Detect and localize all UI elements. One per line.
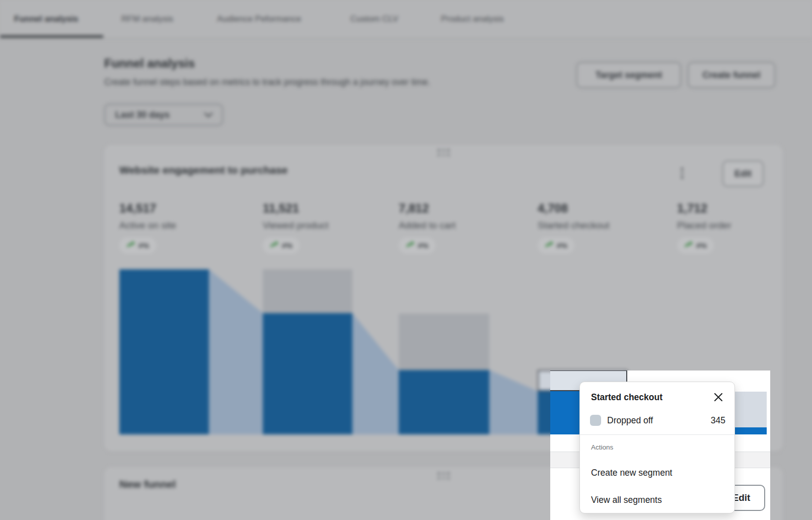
step-value: 14,517: [119, 201, 235, 215]
dropped-off-label: Dropped off: [607, 415, 653, 426]
funnel-dropoff-viewed-product[interactable]: [263, 269, 352, 313]
date-range-value: Last 30 days: [115, 110, 170, 120]
trend-value: #%: [418, 242, 428, 250]
funnel-bar-active-on-site[interactable]: [119, 269, 209, 434]
funnel-bar-viewed-product[interactable]: [263, 313, 352, 434]
trend-badge: #%: [119, 237, 156, 254]
funnel-step-stat: 14,517 Active on site #%: [119, 201, 235, 254]
trend-badge: #%: [538, 237, 574, 254]
create-new-segment-item[interactable]: Create new segment: [591, 468, 672, 478]
step-label: Started checkout: [538, 220, 653, 231]
trend-badge: #%: [263, 237, 300, 254]
funnel-dropoff-added-to-cart[interactable]: [399, 314, 489, 370]
trend-value: #%: [696, 242, 707, 250]
view-all-segments-item[interactable]: View all segments: [591, 495, 662, 505]
drag-handle[interactable]: [437, 472, 450, 479]
kebab-menu-icon[interactable]: [675, 163, 690, 183]
trend-value: #%: [138, 242, 149, 250]
actions-section-label: Actions: [591, 443, 613, 451]
popover-divider: [580, 434, 734, 435]
started-checkout-popover: Started checkout Dropped off 345 Actions…: [579, 382, 735, 513]
step-value: 11,521: [263, 201, 379, 215]
active-tab-indicator: [0, 35, 103, 38]
trend-up-arrow-icon: [270, 241, 278, 250]
new-funnel-title: New funnel: [119, 478, 176, 490]
step-label: Viewed product: [263, 220, 379, 231]
tab-product-analysis[interactable]: Product analysis: [441, 0, 504, 38]
trend-value: #%: [557, 242, 567, 250]
page-title: Funnel analysis: [104, 56, 195, 70]
popover-title: Started checkout: [591, 392, 662, 403]
step-label: Active on site: [119, 220, 235, 231]
page-description: Create funnel steps based on metrics to …: [104, 77, 430, 88]
step-value: 1,712: [677, 201, 793, 215]
tab-custom-clv[interactable]: Custom CLV: [350, 0, 398, 38]
chevron-down-icon: [204, 110, 213, 120]
trend-up-arrow-icon: [684, 241, 693, 250]
dropped-off-legend-swatch: [590, 415, 601, 426]
funnel-step-stat: 1,712 Placed order #%: [677, 201, 793, 254]
funnel-step-stat: 4,708 Started checkout #%: [538, 201, 653, 254]
dropped-off-value: 345: [711, 415, 725, 426]
trend-up-arrow-icon: [545, 241, 553, 250]
funnel-step-stat: 11,521 Viewed product #%: [263, 201, 379, 254]
step-label: Added to cart: [399, 220, 514, 231]
create-funnel-button[interactable]: Create funnel: [688, 62, 775, 88]
trend-badge: #%: [399, 237, 435, 254]
tab-rfm-analysis[interactable]: RFM analysis: [121, 0, 173, 38]
step-label: Placed order: [677, 220, 793, 231]
trend-up-arrow-icon: [126, 241, 135, 250]
step-value: 4,708: [538, 201, 653, 215]
funnel-connector: [352, 313, 399, 434]
funnel-card-title: Website engagement to purchase: [119, 164, 288, 176]
trend-value: #%: [282, 242, 292, 250]
funnel-connector: [209, 269, 263, 434]
funnel-step-stat: 7,812 Added to cart #%: [399, 201, 514, 254]
target-segment-button[interactable]: Target segment: [576, 62, 681, 88]
trend-badge: #%: [677, 237, 714, 254]
drag-handle[interactable]: [437, 149, 450, 156]
step-value: 7,812: [399, 201, 514, 215]
top-tab-bar: Funnel analysis RFM analysis Audience Pe…: [0, 0, 812, 38]
date-range-select[interactable]: Last 30 days: [104, 104, 223, 126]
funnel-edit-button[interactable]: Edit: [722, 161, 764, 187]
funnel-analysis-page: Funnel analysis RFM analysis Audience Pe…: [0, 0, 812, 520]
trend-up-arrow-icon: [406, 241, 414, 250]
tab-funnel-analysis[interactable]: Funnel analysis: [14, 0, 79, 38]
tab-audience-performance[interactable]: Audience Peformance: [217, 0, 301, 38]
funnel-bar-added-to-cart[interactable]: [399, 370, 489, 434]
close-icon[interactable]: [711, 390, 725, 404]
funnel-connector: [489, 370, 538, 434]
